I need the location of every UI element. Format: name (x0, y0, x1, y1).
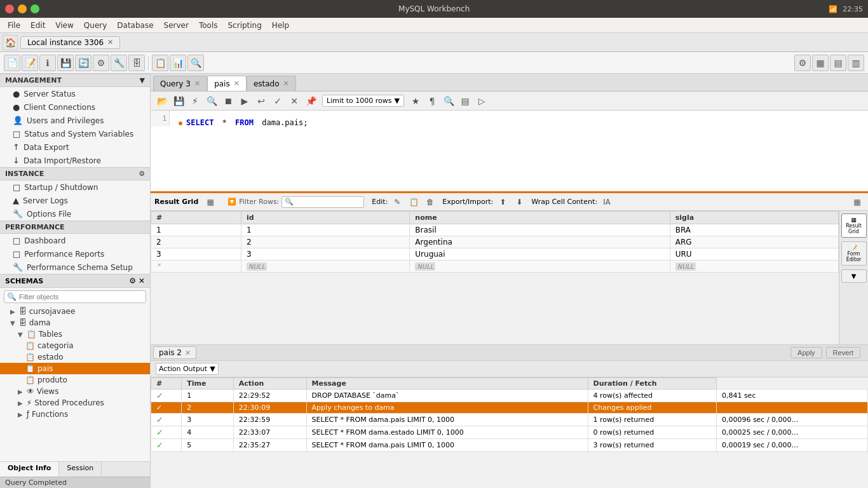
sidebar-item-server-logs[interactable]: ▲ Server Logs (0, 194, 150, 207)
window-controls[interactable] (5, 4, 39, 13)
tb-btn-6[interactable]: 📊 (170, 55, 186, 71)
layout2-btn[interactable]: ▤ (830, 55, 846, 71)
object-info-tab[interactable]: Object Info (0, 462, 59, 477)
schema-filter-input[interactable] (19, 293, 114, 301)
home-button[interactable]: 🏠 (3, 35, 18, 50)
import-btn[interactable]: ⬇ (512, 195, 526, 209)
more-btn[interactable]: ▤ (458, 93, 473, 109)
table-row[interactable]: 1 1 Brasil BRA (151, 224, 839, 236)
instance-tab-close[interactable]: ✕ (107, 38, 113, 46)
sidebar-item-startup-shutdown[interactable]: □ Startup / Shutdown (0, 180, 150, 194)
export-btn[interactable]: ⬆ (496, 195, 510, 209)
form-editor-btn[interactable]: 📝 FormEditor (841, 241, 867, 266)
sidebar-item-data-export[interactable]: ↑ Data Export (0, 140, 150, 154)
query-tab-estado[interactable]: estado ✕ (247, 76, 296, 91)
menu-file[interactable]: File (3, 20, 25, 31)
result-tab-pais2[interactable]: pais 2 ✕ (153, 346, 196, 359)
sidebar-item-performance-reports[interactable]: □ Performance Reports (0, 247, 150, 261)
expand-btn[interactable]: ▼ (841, 269, 867, 283)
sidebar-item-options-file[interactable]: 🔧 Options File (0, 207, 150, 220)
explain-btn[interactable]: 🔍 (204, 93, 219, 109)
functions-node[interactable]: ▶ ƒ Functions (0, 409, 150, 420)
tb-btn-7[interactable]: 🔍 (187, 55, 204, 71)
edit-btn3[interactable]: 🗑 (423, 195, 437, 209)
query-tab-pais[interactable]: pais ✕ (207, 76, 247, 91)
sidebar-item-dashboard[interactable]: □ Dashboard (0, 234, 150, 247)
snippet-btn[interactable]: 📌 (303, 93, 318, 109)
execute-all-btn[interactable]: ▶ (237, 93, 252, 109)
db-btn[interactable]: 🗄 (128, 55, 145, 71)
pais-tab-close[interactable]: ✕ (234, 79, 240, 88)
action-row-3[interactable]: ✓ 3 22:32:59 SELECT * FROM dama.pais LIM… (151, 414, 868, 426)
stop-btn[interactable]: ⏹ (220, 93, 236, 109)
table-categoria[interactable]: 📋 categoria (0, 340, 150, 351)
menu-edit[interactable]: Edit (25, 20, 50, 31)
refresh-btn[interactable]: 🔄 (75, 55, 92, 71)
schema-cursojavaee[interactable]: ▶ 🗄 cursojavaee (0, 306, 150, 317)
action-output-scroll[interactable]: # Time Action Message Duration / Fetch ✓… (151, 377, 868, 488)
action-row-4[interactable]: ✓ 4 22:33:07 SELECT * FROM dama.estado L… (151, 426, 868, 439)
instance-tab[interactable]: Local instance 3306 ✕ (20, 36, 120, 49)
result-grid-btn[interactable]: ▦ ResultGrid (841, 214, 867, 238)
sql-editor[interactable]: 1 ● SELECT * FROM dama.pais; (151, 111, 868, 193)
filter-rows-input[interactable] (281, 196, 364, 208)
table-row[interactable]: 2 2 Argentina ARG (151, 236, 839, 248)
views-node[interactable]: ▶ 👁 Views (0, 386, 150, 397)
save-btn[interactable]: 💾 (57, 55, 74, 71)
new-query-tab-btn[interactable]: 📝 (22, 55, 38, 71)
menu-view[interactable]: View (50, 20, 78, 31)
save-script-btn[interactable]: 💾 (171, 93, 186, 109)
action-output-dropdown[interactable]: Action Output ▼ (156, 363, 219, 375)
wrap-btn[interactable]: IA (600, 195, 614, 209)
stored-procedures-node[interactable]: ▶ ⚡ Stored Procedures (0, 397, 150, 409)
edit-btn2[interactable]: 📋 (407, 195, 421, 209)
menu-query[interactable]: Query (79, 20, 112, 31)
settings2-btn[interactable]: ⚙ (794, 55, 811, 71)
settings-btn[interactable]: ⚙ (93, 55, 109, 71)
menu-database[interactable]: Database (112, 20, 158, 31)
action-row-2[interactable]: ✓ 2 22:30:09 Apply changes to dama Chang… (151, 402, 868, 414)
schemas-action1[interactable]: ⚙ (129, 276, 136, 285)
sidebar-item-status-vars[interactable]: □ Status and System Variables (0, 127, 150, 140)
cancel-btn[interactable]: ✕ (287, 93, 302, 109)
sidebar-item-performance-schema[interactable]: 🔧 Performance Schema Setup (0, 261, 150, 274)
management-collapse-icon[interactable]: ▼ (140, 76, 145, 85)
maximize-btn[interactable] (31, 4, 39, 13)
menu-help[interactable]: Help (267, 20, 294, 31)
grid-icon-btn[interactable]: ▦ (203, 195, 217, 209)
minimize-btn[interactable] (18, 4, 27, 13)
commit-btn[interactable]: ✓ (270, 93, 285, 109)
schemas-action2[interactable]: ✕ (139, 276, 145, 285)
edit-btn1[interactable]: ✎ (390, 195, 404, 209)
schema-dama[interactable]: ▼ 🗄 dama (0, 317, 150, 329)
menu-scripting[interactable]: Scripting (222, 20, 266, 31)
apply-button[interactable]: Apply (790, 347, 822, 358)
query3-close[interactable]: ✕ (194, 79, 200, 88)
limit-select[interactable]: Limit to 1000 rows ▼ (322, 95, 404, 107)
sidebar-item-users-privileges[interactable]: 👤 Users and Privileges (0, 114, 150, 127)
layout-btn[interactable]: ▷ (474, 93, 489, 109)
open-script-btn[interactable]: 📂 (154, 93, 170, 109)
revert-button[interactable]: Revert (826, 347, 860, 358)
query-tab-query3[interactable]: Query 3 ✕ (153, 76, 207, 91)
execute-btn[interactable]: ⚡ (187, 93, 203, 109)
action-row-1[interactable]: ✓ 1 22:29:52 DROP DATABASE `dama` 4 row(… (151, 390, 868, 402)
rollback-btn[interactable]: ↩ (254, 93, 269, 109)
layout3-btn[interactable]: ▥ (848, 55, 864, 71)
format-btn[interactable]: ¶ (424, 93, 440, 109)
bookmark-btn[interactable]: ★ (408, 93, 423, 109)
table-produto[interactable]: 📋 produto (0, 374, 150, 386)
tb-btn-5[interactable]: 📋 (152, 55, 168, 71)
search-replace-btn[interactable]: 🔍 (441, 93, 456, 109)
sidebar-item-data-import[interactable]: ↓ Data Import/Restore (0, 154, 150, 167)
table-pais[interactable]: 📋 pais (0, 363, 150, 374)
sidebar-item-client-connections[interactable]: ● Client Connections (0, 100, 150, 114)
close-btn[interactable] (5, 4, 14, 13)
table-row[interactable]: 3 3 Uruguai URU (151, 248, 839, 261)
sidebar-item-server-status[interactable]: ● Server Status (0, 87, 150, 100)
tables-node[interactable]: ▼ 📋 Tables (0, 329, 150, 340)
layout1-btn[interactable]: ▦ (812, 55, 829, 71)
menu-server[interactable]: Server (159, 20, 194, 31)
table-row-null[interactable]: * NULL NULL NULL (151, 261, 839, 273)
action-row-5[interactable]: ✓ 5 22:35:27 SELECT * FROM dama.pais LIM… (151, 439, 868, 452)
